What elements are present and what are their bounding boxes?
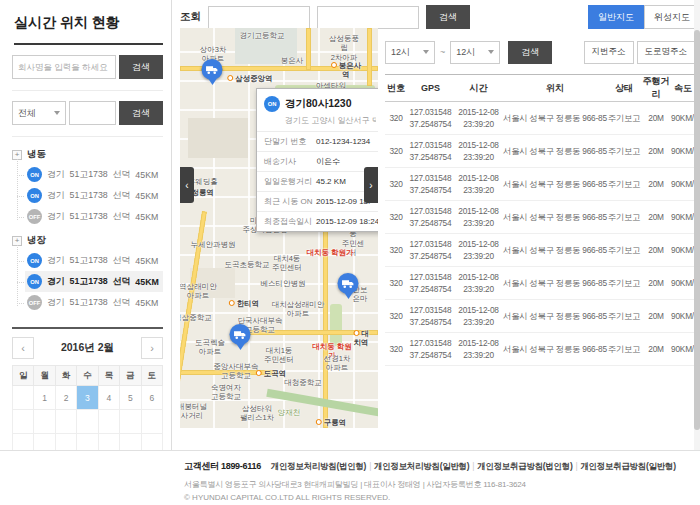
calendar-day[interactable] bbox=[98, 410, 119, 434]
calendar-title: 2016년 2월 bbox=[61, 341, 114, 355]
search-input-2[interactable] bbox=[317, 6, 419, 29]
filter-search-button[interactable]: 검색 bbox=[119, 101, 163, 125]
page-title: 실시간 위치 현황 bbox=[14, 14, 163, 45]
vehicle-distance: 45KM bbox=[135, 277, 158, 287]
map-label: 베스티안병원 bbox=[261, 279, 306, 288]
vehicle-plate: 51고1738 bbox=[70, 276, 108, 288]
calendar-weekday: 토 bbox=[141, 366, 162, 386]
cell-no: 320 bbox=[385, 333, 407, 366]
tree-group-row[interactable]: +냉장 bbox=[12, 231, 163, 250]
map-road bbox=[367, 28, 372, 86]
table-row[interactable]: 320127.03154837.25487542015-12-0823:39:2… bbox=[385, 333, 695, 366]
map-canvas[interactable]: 경기고등학교삼성동풍림 2차아파트상아3차 아파트봉은사봉은사역삼성중앙역아셈타… bbox=[180, 28, 378, 428]
popup-label: 최종접속일시 bbox=[264, 216, 316, 227]
calendar-day[interactable] bbox=[77, 410, 98, 434]
table-row[interactable]: 320127.03154837.25487542015-12-0823:39:2… bbox=[385, 168, 695, 201]
popup-label: 배송기사 bbox=[264, 156, 316, 167]
calendar-day[interactable] bbox=[55, 410, 76, 434]
vehicle-driver: 선덕 bbox=[113, 211, 131, 223]
calendar-day[interactable]: 2 bbox=[55, 386, 76, 410]
vehicle-marker-icon[interactable] bbox=[202, 59, 223, 80]
tree-group: +냉장ON경기51고1738선덕45KMON경기51고1738선덕45KMOFF… bbox=[12, 229, 163, 315]
search-button[interactable]: 검색 bbox=[426, 5, 470, 29]
table-row[interactable]: 320127.03154837.25487542015-12-0823:39:2… bbox=[385, 267, 695, 300]
filter-select[interactable]: 전체 bbox=[12, 101, 66, 125]
tree-vehicle-item[interactable]: OFF경기51고1738선덕45KM bbox=[25, 292, 163, 313]
search-input-1[interactable] bbox=[208, 6, 310, 29]
cell-distance: 20M bbox=[641, 300, 671, 333]
vehicle-region: 경기 bbox=[47, 297, 65, 309]
calendar-day[interactable] bbox=[120, 410, 141, 434]
map-label: 도곡렉슬 아파트 bbox=[195, 338, 225, 357]
expand-icon[interactable]: + bbox=[12, 150, 22, 160]
filter-input[interactable] bbox=[69, 101, 116, 125]
vehicle-marker-icon[interactable] bbox=[230, 324, 251, 345]
map-label: 중앙사대부속 고등학교 bbox=[214, 362, 259, 381]
column-header: 상태 bbox=[607, 75, 641, 102]
cell-status: 주기보고 bbox=[607, 168, 641, 201]
normal-map-button[interactable]: 일반지도 bbox=[588, 5, 644, 29]
calendar-day[interactable]: 6 bbox=[141, 386, 162, 410]
calendar-day[interactable]: 5 bbox=[120, 386, 141, 410]
calendar-day[interactable] bbox=[34, 410, 55, 434]
satellite-map-button[interactable]: 위성지도 bbox=[644, 5, 700, 29]
company-search-button[interactable]: 검색 bbox=[119, 55, 163, 79]
calendar-day[interactable] bbox=[13, 386, 34, 410]
vehicle-distance: 45KM bbox=[135, 298, 158, 308]
calendar-prev-button[interactable]: ‹ bbox=[12, 337, 34, 359]
calendar-next-button[interactable]: › bbox=[141, 337, 163, 359]
collapse-right-handle[interactable]: › bbox=[364, 167, 378, 203]
status-badge: ON bbox=[27, 188, 42, 203]
calendar-day[interactable] bbox=[141, 410, 162, 434]
scrollbar[interactable] bbox=[694, 0, 700, 505]
vehicle-region: 경기 bbox=[47, 255, 65, 267]
cell-gps: 127.03154837.2548754 bbox=[407, 234, 454, 267]
scrollbar-thumb[interactable] bbox=[694, 30, 700, 430]
table-row[interactable]: 320127.03154837.25487542015-12-0823:39:2… bbox=[385, 102, 695, 135]
cell-distance: 20M bbox=[641, 168, 671, 201]
footer-link[interactable]: 개인정보취급방침(법인형) bbox=[477, 461, 572, 471]
footer-links: 개인정보처리방침(법인형)|개인정보처리방침(일반형)|개인정보취급방침(법인형… bbox=[271, 461, 676, 473]
map-label: 역삼중학교 bbox=[180, 313, 212, 322]
company-search-input[interactable] bbox=[12, 55, 116, 79]
status-badge: OFF bbox=[27, 209, 42, 224]
time-from-select[interactable]: 12시 bbox=[385, 41, 435, 64]
jibun-address-button[interactable]: 지번주소 bbox=[584, 41, 634, 64]
vehicle-driver: 선덕 bbox=[113, 297, 131, 309]
footer-link[interactable]: 개인정보처리방침(법인형) bbox=[271, 461, 366, 471]
vehicle-plate: 51고1738 bbox=[70, 211, 108, 223]
vehicle-plate: 51고1738 bbox=[70, 255, 108, 267]
tree-vehicle-item[interactable]: ON경기51고1738선덕45KM bbox=[25, 185, 163, 206]
calendar-day[interactable] bbox=[13, 410, 34, 434]
cell-time: 2015-12-0823:39:20 bbox=[454, 102, 503, 135]
cell-no: 320 bbox=[385, 102, 407, 135]
vehicle-distance: 45KM bbox=[135, 191, 158, 201]
expand-icon[interactable]: + bbox=[12, 236, 22, 246]
tree-vehicle-item[interactable]: ON경기51고1738선덕45KM bbox=[25, 250, 163, 271]
calendar-day[interactable]: 3 bbox=[77, 386, 98, 410]
table-row[interactable]: 320127.03154837.25487542015-12-0823:39:2… bbox=[385, 300, 695, 333]
cell-location: 서울시 성북구 정릉동 966-85 bbox=[503, 168, 607, 201]
time-search-button[interactable]: 검색 bbox=[508, 41, 552, 64]
tree-vehicle-item[interactable]: OFF경기51고1738선덕45KM bbox=[25, 206, 163, 227]
footer-link[interactable]: 개인정보취급방침(일반형) bbox=[580, 461, 675, 471]
time-to-select[interactable]: 12시 bbox=[450, 41, 500, 64]
collapse-left-handle[interactable]: ‹ bbox=[180, 167, 194, 203]
tree-vehicle-item[interactable]: ON경기51고1738선덕45KM bbox=[25, 271, 163, 292]
popup-value: 2015-12-09 18: bbox=[316, 197, 370, 206]
calendar-day[interactable]: 1 bbox=[34, 386, 55, 410]
tree-group-row[interactable]: +냉동 bbox=[12, 145, 163, 164]
calendar-day[interactable]: 4 bbox=[98, 386, 119, 410]
footer-link[interactable]: 개인정보처리방침(일반형) bbox=[374, 461, 469, 471]
road-address-button[interactable]: 도로명주소 bbox=[637, 41, 696, 64]
table-row[interactable]: 320127.03154837.25487542015-12-0823:39:2… bbox=[385, 234, 695, 267]
cell-location: 서울시 성북구 정릉동 966-85 bbox=[503, 135, 607, 168]
truck-icon bbox=[206, 63, 219, 76]
cell-no: 320 bbox=[385, 168, 407, 201]
vehicle-plate: 51고1738 bbox=[70, 169, 108, 181]
vehicle-marker-icon[interactable] bbox=[338, 273, 359, 294]
table-row[interactable]: 320127.03154837.25487542015-12-0823:39:2… bbox=[385, 135, 695, 168]
table-row[interactable]: 320127.03154837.25487542015-12-0823:39:2… bbox=[385, 201, 695, 234]
column-header: 시간 bbox=[454, 75, 503, 102]
tree-vehicle-item[interactable]: ON경기51고1738선덕45KM bbox=[25, 164, 163, 185]
